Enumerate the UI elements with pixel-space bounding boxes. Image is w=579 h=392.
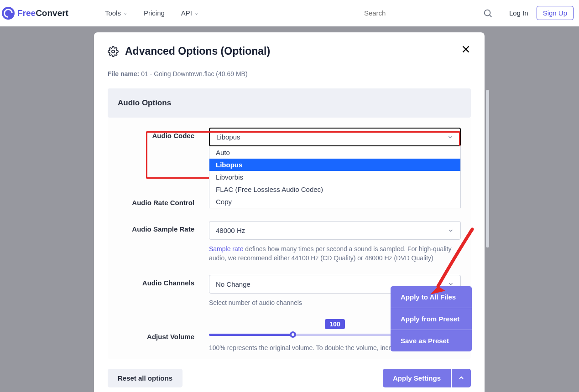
audio-rate-control-label: Audio Rate Control xyxy=(118,195,209,206)
close-button[interactable] xyxy=(461,44,471,54)
nav-api[interactable]: API⌄ xyxy=(181,9,198,17)
audio-channels-label: Audio Channels xyxy=(118,275,209,307)
slider-thumb-icon[interactable] xyxy=(290,331,296,338)
nav: Tools⌄ Pricing API⌄ xyxy=(105,9,198,17)
search-icon[interactable] xyxy=(483,8,493,18)
audio-sample-rate-row: Audio Sample Rate 48000 Hz Sample rate d… xyxy=(118,221,461,263)
sample-rate-link[interactable]: Sample rate xyxy=(209,245,243,253)
svg-point-0 xyxy=(485,10,490,15)
logo-icon xyxy=(2,7,15,20)
apply-from-preset[interactable]: Apply from Preset xyxy=(391,308,472,330)
signup-button[interactable]: Sign Up xyxy=(537,6,574,20)
filename-label: File name: xyxy=(108,70,139,77)
nav-pricing[interactable]: Pricing xyxy=(144,9,165,17)
logo[interactable]: FreeConvert xyxy=(2,7,68,20)
svg-point-2 xyxy=(112,50,115,53)
audio-options-heading: Audio Options xyxy=(108,88,471,118)
search-input[interactable] xyxy=(364,9,483,17)
adjust-volume-label: Adjust Volume xyxy=(118,319,209,351)
codec-option-libopus[interactable]: Libopus xyxy=(209,159,460,171)
apply-menu: Apply to All Files Apply from Preset Sav… xyxy=(391,286,472,351)
audio-codec-select[interactable]: Libopus xyxy=(209,128,461,146)
codec-option-libvorbis[interactable]: Libvorbis xyxy=(209,171,460,183)
audio-codec-value: Libopus xyxy=(216,133,240,141)
chevron-up-icon xyxy=(458,374,465,382)
volume-help: 100% represents the original volume. To … xyxy=(209,344,394,351)
logo-text: FreeConvert xyxy=(17,8,68,18)
modal-title: Advanced Options (Optional) xyxy=(125,45,270,57)
audio-sample-rate-label: Audio Sample Rate xyxy=(118,221,209,263)
nav-tools[interactable]: Tools⌄ xyxy=(105,9,127,17)
apply-settings-button[interactable]: Apply Settings xyxy=(383,369,451,387)
audio-codec-row: Audio Codec Libopus Auto Libopus Libvorb… xyxy=(118,128,461,146)
codec-option-flac[interactable]: FLAC (Free Lossless Audio Codec) xyxy=(209,183,460,196)
chevron-down-icon xyxy=(448,227,454,234)
chevron-down-icon xyxy=(447,134,454,140)
filename-row: File name: 01 - Going Downtown.flac (40.… xyxy=(108,70,471,77)
chevron-down-icon: ⌄ xyxy=(123,10,127,16)
apply-group: Apply Settings xyxy=(383,369,471,387)
save-as-preset[interactable]: Save as Preset xyxy=(391,330,472,351)
modal-footer: Reset all options Apply Settings xyxy=(108,369,471,387)
audio-sample-rate-select[interactable]: 48000 Hz xyxy=(209,221,461,240)
login-link[interactable]: Log In xyxy=(509,9,528,17)
codec-option-copy[interactable]: Copy xyxy=(209,196,460,208)
audio-channels-value: No Change xyxy=(216,280,250,288)
apply-to-all-files[interactable]: Apply to All Files xyxy=(391,286,472,308)
filename-value: 01 - Going Downtown.flac (40.69 MB) xyxy=(141,70,247,77)
audio-codec-label: Audio Codec xyxy=(118,128,209,146)
audio-sample-rate-value: 48000 Hz xyxy=(216,227,245,234)
app-header: FreeConvert Tools⌄ Pricing API⌄ Log In S… xyxy=(0,0,579,26)
reset-all-button[interactable]: Reset all options xyxy=(108,369,183,387)
audio-codec-dropdown: Auto Libopus Libvorbis FLAC (Free Lossle… xyxy=(209,146,461,208)
apply-settings-caret[interactable] xyxy=(452,369,471,387)
chevron-down-icon: ⌄ xyxy=(194,10,198,16)
svg-line-1 xyxy=(490,15,491,17)
sample-rate-help: Sample rate defines how many times per s… xyxy=(209,244,461,263)
scrollbar[interactable] xyxy=(486,90,489,248)
gear-icon xyxy=(108,46,119,57)
codec-option-auto[interactable]: Auto xyxy=(209,146,460,159)
volume-value-bubble: 100 xyxy=(325,319,344,329)
search-box xyxy=(364,8,501,18)
